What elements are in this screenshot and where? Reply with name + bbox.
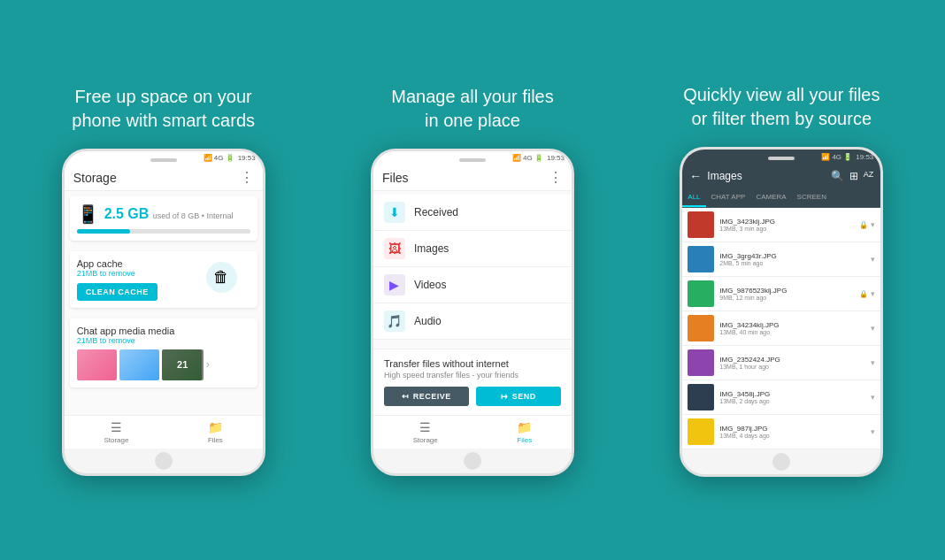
receive-icon: ↤ <box>402 392 410 401</box>
image-thumbnail-6 <box>688 418 714 445</box>
cache-icon: 🗑 <box>206 262 237 293</box>
cache-sub: 21MB to remove <box>77 269 158 278</box>
search-icon[interactable]: 🔍 <box>831 170 844 182</box>
image-thumbnail-4 <box>688 349 714 376</box>
file-item-audio[interactable]: 🎵 Audio <box>373 303 572 340</box>
files-nav-label-1: Files <box>208 436 223 444</box>
panel-3-title: Quickly view all your filesor filter the… <box>683 83 880 131</box>
phone-2-content: Files ⋮ ⬇ Received 🖼 Images ▶ Videos <box>373 165 572 415</box>
nav-files-1[interactable]: 📁 Files <box>208 420 223 444</box>
thumb-arrow-icon[interactable]: › <box>206 358 210 371</box>
image-name-5: IMG_3458j.JPG <box>719 390 865 398</box>
more-options-2[interactable]: ⋮ <box>549 171 563 185</box>
image-info-6: IMG_987lj.JPG 13MB, 4 days ago <box>719 425 865 439</box>
phone-3: 📶 4G 🔋 19:53 ← Images 🔍 ⊞ AZ ALL CHAT AP… <box>680 147 883 477</box>
time-3: 19:53 <box>856 153 873 161</box>
image-row[interactable]: IMG_9876523klj.JPG 9MB, 12 min ago 🔒 ▾ <box>682 277 880 311</box>
storage-device-icon: 📱 <box>77 203 99 225</box>
image-meta-3: 13MB, 40 min ago <box>719 329 865 335</box>
lock-icon: 🔒 <box>859 221 868 229</box>
image-row[interactable]: IMG_987lj.JPG 13MB, 4 days ago ▾ <box>682 415 880 449</box>
phone-2-header: Files ⋮ <box>373 165 572 191</box>
more-options-1[interactable]: ⋮ <box>240 171 254 185</box>
phone-speaker-3 <box>768 157 795 160</box>
phone-3-content: ← Images 🔍 ⊞ AZ ALL CHAT APP CAMERA SCRE… <box>682 164 880 449</box>
image-row[interactable]: IMG_34234klj.JPG 13MB, 40 min ago ▾ <box>682 311 880 346</box>
filter-tab-chat[interactable]: CHAT APP <box>706 188 751 207</box>
image-actions-3: ▾ <box>871 324 875 333</box>
filter-tab-screen[interactable]: SCREEN <box>792 188 832 207</box>
filter-tab-all[interactable]: ALL <box>682 188 705 207</box>
lock-icon: 🔒 <box>859 290 868 298</box>
file-item-images[interactable]: 🖼 Images <box>373 231 572 267</box>
cache-left: App cache 21MB to remove CLEAN CACHE <box>77 258 158 301</box>
time-1: 19:53 <box>238 154 256 162</box>
phone-home-btn-1[interactable] <box>155 452 173 470</box>
thumbnail-2 <box>119 349 159 380</box>
image-info-4: IMG_2352424.JPG 13MB, 1 hour ago <box>719 356 865 370</box>
files-nav-label-2: Files <box>517 436 532 444</box>
images-filter-tabs: ALL CHAT APP CAMERA SCREEN <box>682 188 880 208</box>
audio-label: Audio <box>414 315 442 327</box>
back-button-3[interactable]: ← <box>689 169 702 183</box>
transfer-buttons: ↤ RECEIVE ↦ SEND <box>384 387 561 406</box>
main-container: Free up space on yourphone with smart ca… <box>0 0 945 560</box>
image-info-1: IMG_3grg43r.JPG 2MB, 5 min ago <box>719 252 865 266</box>
image-meta-6: 13MB, 4 days ago <box>719 433 865 439</box>
phone-2: 📶 4G 🔋 19:53 Files ⋮ ⬇ Received 🖼 Images <box>371 149 574 476</box>
image-chevron-4[interactable]: ▾ <box>871 358 875 367</box>
audio-icon: 🎵 <box>384 311 405 332</box>
image-name-2: IMG_9876523klj.JPG <box>719 287 854 295</box>
image-actions-1: ▾ <box>871 255 875 264</box>
file-item-received[interactable]: ⬇ Received <box>373 195 572 231</box>
images-header: ← Images 🔍 ⊞ AZ <box>682 164 880 188</box>
image-info-3: IMG_34234klj.JPG 13MB, 40 min ago <box>719 321 865 335</box>
image-thumbnail-3 <box>688 315 714 341</box>
image-chevron-5[interactable]: ▾ <box>871 393 875 402</box>
time-2: 19:53 <box>547 154 565 162</box>
phone-home-btn-2[interactable] <box>464 452 481 470</box>
files-nav-icon-2: 📁 <box>517 420 532 434</box>
cache-card: App cache 21MB to remove CLEAN CACHE 🗑 <box>70 251 257 308</box>
storage-nav-icon-1: ☰ <box>111 420 122 434</box>
image-row[interactable]: IMG_2352424.JPG 13MB, 1 hour ago ▾ <box>682 346 880 380</box>
filter-tab-camera[interactable]: CAMERA <box>750 188 791 207</box>
storage-sub: used of 8 GB • Internal <box>153 211 234 220</box>
files-list: ⬇ Received 🖼 Images ▶ Videos 🎵 Audio <box>373 191 572 349</box>
image-name-1: IMG_3grg43r.JPG <box>719 252 865 260</box>
network-indicator-1: 📶 4G 🔋 <box>204 154 234 162</box>
phone-home-btn-3[interactable] <box>772 453 790 471</box>
storage-bar-container <box>77 229 250 234</box>
image-chevron-6[interactable]: ▾ <box>871 427 875 436</box>
nav-storage-1[interactable]: ☰ Storage <box>104 420 128 444</box>
cache-icon-area: 🗑 <box>206 262 250 297</box>
panel-1-title: Free up space on yourphone with smart ca… <box>72 85 255 133</box>
image-chevron-3[interactable]: ▾ <box>871 324 875 333</box>
image-chevron-0[interactable]: ▾ <box>871 220 875 229</box>
media-thumbnails: 21 › <box>77 349 250 380</box>
image-row[interactable]: IMG_3458j.JPG 13MB, 2 days ago ▾ <box>682 380 880 415</box>
storage-info-card: 📱 2.5 GB used of 8 GB • Internal <box>70 196 257 241</box>
image-chevron-1[interactable]: ▾ <box>871 255 875 264</box>
images-header-title: Images <box>707 170 825 182</box>
image-row[interactable]: IMG_3grg43r.JPG 2MB, 5 min ago ▾ <box>682 242 880 277</box>
image-name-4: IMG_2352424.JPG <box>719 356 865 364</box>
receive-button[interactable]: ↤ RECEIVE <box>384 387 469 406</box>
image-chevron-2[interactable]: ▾ <box>871 289 875 298</box>
sort-az-icon[interactable]: AZ <box>864 170 874 182</box>
network-indicator-2: 📶 4G 🔋 <box>512 154 543 162</box>
image-info-2: IMG_9876523klj.JPG 9MB, 12 min ago <box>719 287 854 301</box>
send-icon: ↦ <box>501 392 509 401</box>
phone-1-content: Storage ⋮ 📱 2.5 GB used of 8 GB • Intern… <box>65 165 263 415</box>
phone-1: 📶 4G 🔋 19:53 Storage ⋮ 📱 2.5 GB used of … <box>62 149 265 476</box>
image-meta-2: 9MB, 12 min ago <box>719 295 854 301</box>
send-button[interactable]: ↦ SEND <box>476 387 561 406</box>
image-row[interactable]: IMG_3423klj.JPG 13MB, 3 min ago 🔒 ▾ <box>682 208 880 242</box>
image-thumbnail-2 <box>688 280 714 307</box>
grid-icon[interactable]: ⊞ <box>849 170 858 182</box>
cache-title: App cache <box>77 258 158 269</box>
clean-cache-button[interactable]: CLEAN CACHE <box>77 283 158 301</box>
nav-storage-2[interactable]: ☰ Storage <box>413 420 438 444</box>
nav-files-2[interactable]: 📁 Files <box>517 420 532 444</box>
file-item-videos[interactable]: ▶ Videos <box>373 267 572 303</box>
